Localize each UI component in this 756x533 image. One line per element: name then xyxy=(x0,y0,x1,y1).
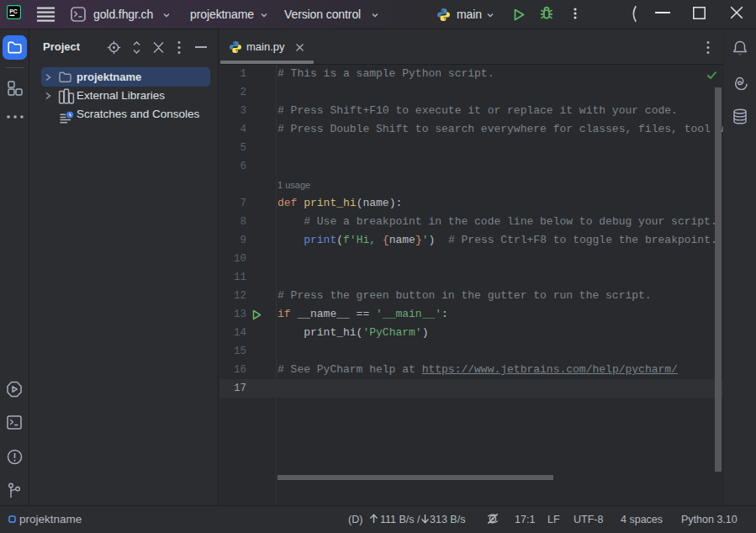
svg-text:PC: PC xyxy=(9,8,18,14)
